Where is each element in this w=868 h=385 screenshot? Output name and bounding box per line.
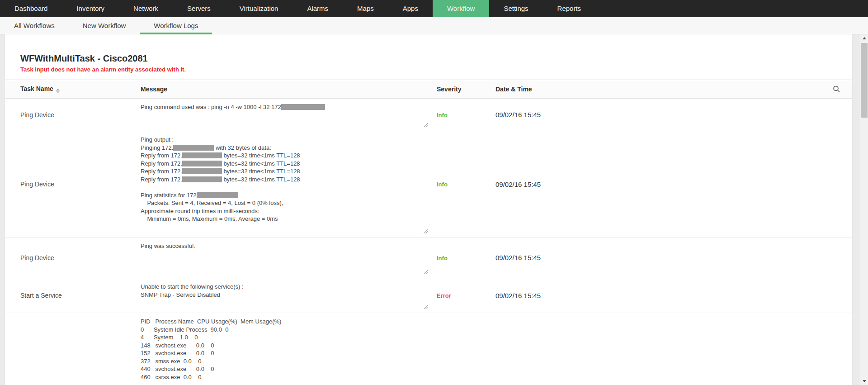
nav-item-network[interactable]: Network xyxy=(119,0,173,17)
task-name-cell: Ping Device xyxy=(5,254,141,261)
severity-badge: Info xyxy=(437,112,448,119)
nav-item-dashboard[interactable]: Dashboard xyxy=(0,0,62,17)
redaction-box xyxy=(197,192,238,198)
message-text: Ping command used was : ping -n 4 -w 100… xyxy=(141,103,430,111)
page-title: WFWithMultiTask - Cisco2081 xyxy=(20,53,852,64)
datetime-cell: 09/02/16 15:45 xyxy=(489,292,624,299)
nav-item-virtualization[interactable]: Virtualization xyxy=(225,0,293,17)
column-header-severity[interactable]: Severity xyxy=(430,86,489,93)
datetime-cell: 09/02/16 15:45 xyxy=(489,181,624,188)
severity-cell: Error xyxy=(430,291,489,299)
severity-badge: Error xyxy=(437,292,451,299)
task-name-cell: Ping Device xyxy=(5,111,141,119)
table-header: Task Name Message Severity Date & Time xyxy=(5,80,852,99)
sort-icon[interactable] xyxy=(56,89,60,93)
message-cell: Ping command used was : ping -n 4 -w 100… xyxy=(141,99,430,131)
severity-cell: Info xyxy=(430,180,489,188)
redaction-box xyxy=(182,152,222,158)
scrollbar[interactable] xyxy=(860,34,868,385)
message-cell: Ping output : Pinging 172. with 32 bytes… xyxy=(141,131,430,237)
content-area: WFWithMultiTask - Cisco2081 Task input d… xyxy=(0,34,860,385)
message-text: Unable to start the following service(s)… xyxy=(141,283,430,299)
nav-item-workflow[interactable]: Workflow xyxy=(433,0,489,17)
nav-item-reports[interactable]: Reports xyxy=(543,0,596,17)
search-icon[interactable] xyxy=(833,86,840,93)
datetime-cell: 09/02/16 15:45 xyxy=(489,254,624,261)
severity-cell: Info xyxy=(430,254,489,262)
scroll-down-icon[interactable] xyxy=(860,377,868,385)
column-header-message[interactable]: Message xyxy=(141,86,430,93)
redaction-box xyxy=(182,161,222,166)
scrollbar-thumb[interactable] xyxy=(861,43,868,118)
table-row[interactable]: Start a ServiceUnable to start the follo… xyxy=(5,278,852,313)
nav-item-alarms[interactable]: Alarms xyxy=(292,0,343,17)
resize-grip-icon[interactable] xyxy=(423,228,428,233)
redaction-box xyxy=(173,145,214,151)
resize-grip-icon[interactable] xyxy=(423,304,428,309)
table-row[interactable]: Ping DevicePing was successful.Info09/02… xyxy=(5,238,852,278)
column-header-datetime[interactable]: Date & Time xyxy=(489,86,624,93)
resize-grip-icon[interactable] xyxy=(423,269,428,274)
redaction-box xyxy=(182,176,222,182)
warning-text: Task input does not have an alarm entity… xyxy=(20,66,852,73)
redaction-box xyxy=(281,104,325,110)
message-text: Ping was successful. xyxy=(141,242,430,250)
column-header-task-name-label: Task Name xyxy=(20,85,53,92)
subnav-item-all-workflows[interactable]: All Workflows xyxy=(0,17,69,34)
top-nav: DashboardInventoryNetworkServersVirtuali… xyxy=(0,0,868,17)
table-row[interactable]: PID Process Name CPU Usage(%) Mem Usage(… xyxy=(5,313,852,385)
nav-item-settings[interactable]: Settings xyxy=(489,0,542,17)
severity-cell: Info xyxy=(430,111,489,119)
message-cell: Unable to start the following service(s)… xyxy=(141,278,430,313)
workflow-log-card: WFWithMultiTask - Cisco2081 Task input d… xyxy=(5,34,853,385)
redaction-box xyxy=(182,168,222,174)
subnav-item-new-workflow[interactable]: New Workflow xyxy=(69,17,140,34)
severity-badge: Info xyxy=(437,181,448,188)
message-text: Ping output : Pinging 172. with 32 bytes… xyxy=(141,136,430,223)
page-head: WFWithMultiTask - Cisco2081 Task input d… xyxy=(5,34,852,73)
message-cell: PID Process Name CPU Usage(%) Mem Usage(… xyxy=(141,313,430,385)
datetime-cell: 09/02/16 15:45 xyxy=(489,111,624,119)
table-row[interactable]: Ping DevicePing output : Pinging 172. wi… xyxy=(5,131,852,238)
nav-item-servers[interactable]: Servers xyxy=(173,0,225,17)
table-body: Ping DevicePing command used was : ping … xyxy=(5,99,852,385)
task-name-cell: Ping Device xyxy=(5,181,141,188)
table-row[interactable]: Ping DevicePing command used was : ping … xyxy=(5,99,852,131)
nav-item-inventory[interactable]: Inventory xyxy=(62,0,119,17)
scroll-up-icon[interactable] xyxy=(860,34,868,42)
nav-item-maps[interactable]: Maps xyxy=(343,0,388,17)
resize-grip-icon[interactable] xyxy=(423,122,428,127)
severity-badge: Info xyxy=(437,255,448,261)
nav-item-apps[interactable]: Apps xyxy=(388,0,433,17)
sub-nav: All WorkflowsNew WorkflowWorkflow Logs xyxy=(0,17,868,34)
column-header-task-name[interactable]: Task Name xyxy=(5,85,141,93)
message-text: PID Process Name CPU Usage(%) Mem Usage(… xyxy=(141,318,430,381)
message-cell: Ping was successful. xyxy=(141,238,430,278)
subnav-item-workflow-logs[interactable]: Workflow Logs xyxy=(140,17,212,34)
task-name-cell: Start a Service xyxy=(5,292,141,299)
